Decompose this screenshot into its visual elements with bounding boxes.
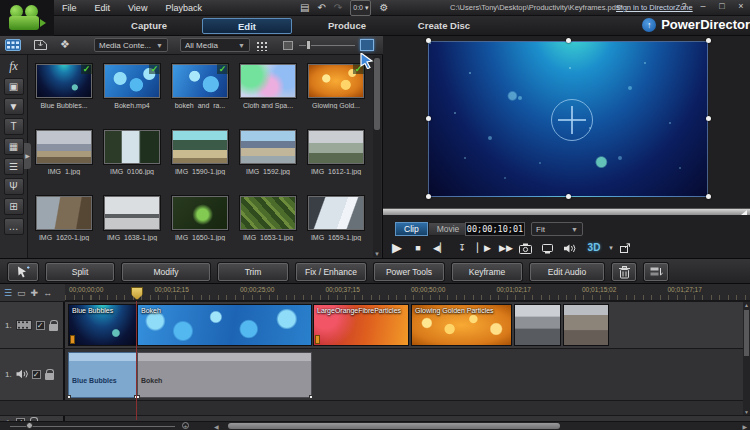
stop-button[interactable]: ■ <box>409 240 427 256</box>
volume-button[interactable] <box>563 243 581 254</box>
media-item[interactable]: IMG_1.jpg <box>30 123 98 189</box>
selection-handle[interactable] <box>426 38 431 43</box>
media-item[interactable]: IMG_1590-1.jpg <box>166 123 234 189</box>
title-room[interactable]: T <box>4 118 24 135</box>
timeline-video-clip[interactable]: LargeOrangeFibreParticles <box>313 304 409 346</box>
snap-toggle-button[interactable]: ↔ <box>43 288 52 298</box>
preview-video[interactable] <box>428 41 708 197</box>
pip-objects-room[interactable]: ▣ <box>4 78 24 95</box>
timeline-ruler[interactable]: 00;00;00;0000;00;12;1500;00;25;0000;00;3… <box>65 284 750 301</box>
add-track-button[interactable]: ✚ <box>31 288 39 298</box>
play-button[interactable]: ▶ <box>389 240 405 256</box>
timeline-video-clip[interactable]: Blue Bubbles <box>68 304 137 346</box>
redo-icon[interactable]: ↷ <box>334 1 342 15</box>
seek-marker-button[interactable]: ↧ <box>453 240 471 256</box>
thumbnail-size-knob[interactable] <box>306 40 311 50</box>
clip-mode-button[interactable]: Clip <box>395 222 428 236</box>
keyframe-marker[interactable] <box>315 335 320 344</box>
transition-room[interactable]: ▦ <box>4 138 24 155</box>
scrollbar-thumb[interactable] <box>374 58 380 130</box>
volume-node[interactable] <box>67 395 71 399</box>
library-scrollbar[interactable]: ▼ <box>373 56 381 257</box>
selection-handle[interactable] <box>706 194 711 199</box>
toolbar-button-power-tools[interactable]: Power Tools <box>374 263 444 281</box>
fast-forward-button[interactable]: ▶▶ <box>497 240 515 256</box>
tab-create-disc[interactable]: Create Disc <box>404 18 484 34</box>
tab-produce[interactable]: Produce <box>312 18 382 34</box>
zoom-fit-dropdown[interactable]: Fit▼ <box>531 222 583 236</box>
media-item[interactable]: IMG_1638-1.jpg <box>98 189 166 255</box>
track-manager-icon[interactable] <box>644 263 668 281</box>
threed-toggle[interactable]: 3D <box>585 240 603 256</box>
toolbar-button-edit-audio[interactable]: Edit Audio <box>530 263 604 281</box>
toolbar-button-keyframe[interactable]: Keyframe <box>452 263 522 281</box>
media-item[interactable]: IMG_0106.jpg <box>98 123 166 189</box>
help-button[interactable]: ? <box>679 1 689 11</box>
toolbar-button-modify[interactable]: Modify <box>122 263 210 281</box>
selection-handle[interactable] <box>426 194 431 199</box>
timeline-zoom-slider[interactable] <box>10 426 175 427</box>
library-view-icon[interactable] <box>256 41 267 51</box>
tab-capture[interactable]: Capture <box>114 18 184 34</box>
thumbnail-large-icon[interactable] <box>360 39 374 51</box>
keyframe-marker[interactable] <box>70 335 75 344</box>
position-crosshair-icon[interactable] <box>551 99 593 141</box>
plugin-icon[interactable]: ❖ <box>60 38 70 51</box>
library-content-dropdown[interactable]: Media Conte...▼ <box>94 38 168 52</box>
timecode-display[interactable]: 00;00;10;01 <box>465 222 525 236</box>
track-lock-icon[interactable] <box>45 373 54 380</box>
toolbar-button-trim[interactable]: Trim <box>218 263 288 281</box>
zoom-in-icon[interactable]: + <box>182 422 189 429</box>
media-item[interactable]: IMG_1650-1.jpg <box>166 189 234 255</box>
effect-room[interactable]: fx <box>4 58 24 75</box>
timeline-hscroll-thumb[interactable] <box>228 423 560 429</box>
menu-file[interactable]: File <box>62 3 77 13</box>
toolbar-button-split[interactable]: Split <box>46 263 114 281</box>
timeline-zoom-knob[interactable] <box>26 422 33 429</box>
subtitle-room[interactable]: … <box>4 218 24 235</box>
range-select-button[interactable]: ▭ <box>17 288 26 298</box>
particle-room[interactable]: ▼ <box>4 98 24 115</box>
menu-view[interactable]: View <box>128 3 147 13</box>
media-item[interactable]: IMG_1612-1.jpg <box>302 123 370 189</box>
track-manager-button[interactable]: ☰ <box>4 288 12 298</box>
audio-mixing-room[interactable]: ☰ <box>4 158 24 175</box>
previous-frame-button[interactable]: ◀▏ <box>431 240 449 256</box>
undock-preview-button[interactable] <box>619 243 637 254</box>
delete-trash-icon[interactable] <box>612 263 636 281</box>
selection-handle[interactable] <box>706 38 711 43</box>
selection-handle[interactable] <box>566 38 571 43</box>
close-button[interactable]: × <box>736 1 746 11</box>
menu-playback[interactable]: Playback <box>165 3 202 13</box>
snapshot-button[interactable] <box>519 243 537 254</box>
save-icon[interactable]: ▤ <box>300 1 309 15</box>
scroll-left-icon[interactable]: ◀ <box>214 423 219 430</box>
menu-edit[interactable]: Edit <box>95 3 111 13</box>
media-item[interactable]: IMG_1653-1.jpg <box>234 189 302 255</box>
media-item[interactable]: ✓bokeh_and_ra... <box>166 57 234 123</box>
movie-mode-button[interactable]: Movie <box>428 222 469 236</box>
timeline-video-clip[interactable] <box>563 304 609 346</box>
volume-node[interactable] <box>309 395 313 399</box>
media-item[interactable]: IMG_1620-1.jpg <box>30 189 98 255</box>
threed-menu[interactable]: ▾ <box>607 240 615 256</box>
preview-seek-bar[interactable] <box>383 208 750 215</box>
timeline-audio-clip[interactable]: Bokeh <box>137 352 312 398</box>
next-frame-button[interactable]: ▏▶ <box>475 240 493 256</box>
media-room-icon[interactable] <box>5 39 21 51</box>
track-enable-checkbox[interactable]: ✓ <box>32 370 41 379</box>
media-item[interactable]: ✓Blue Bubbles... <box>30 57 98 123</box>
sidebar-collapse-handle[interactable]: ▶ <box>24 143 31 169</box>
selection-handle[interactable] <box>706 116 711 121</box>
media-item[interactable]: IMG_1659-1.jpg <box>302 189 370 255</box>
tab-edit[interactable]: Edit <box>202 18 292 34</box>
media-item[interactable]: IMG_1592.jpg <box>234 123 302 189</box>
import-media-icon[interactable] <box>33 39 48 51</box>
scroll-down-icon[interactable]: ▼ <box>373 251 381 257</box>
undo-icon[interactable]: ↶ <box>317 1 325 15</box>
scroll-right-icon[interactable]: ▶ <box>742 423 747 430</box>
aspect-ratio-dropdown[interactable]: 0:0 ▾ <box>350 0 371 16</box>
minimize-button[interactable]: – <box>698 1 708 11</box>
timeline-video-clip[interactable]: Glowing Golden Particles <box>411 304 512 346</box>
media-item[interactable]: ✓Bokeh.mp4 <box>98 57 166 123</box>
